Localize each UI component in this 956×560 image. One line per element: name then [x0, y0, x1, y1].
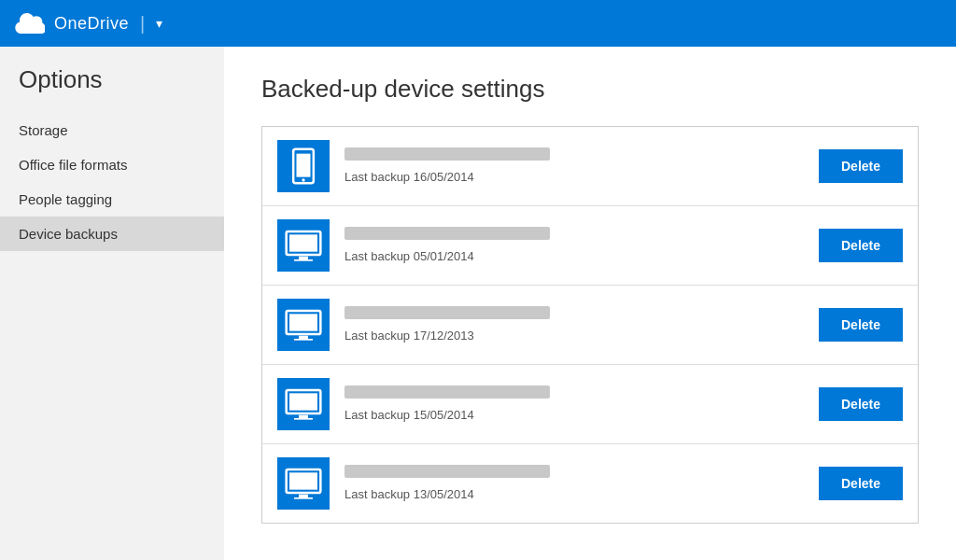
device-info: Last backup 16/05/2014	[344, 147, 804, 185]
backup-item: Last backup 05/01/2014 Delete	[262, 206, 918, 286]
sidebar-item-office-file-formats[interactable]: Office file formats	[0, 147, 224, 182]
device-name-placeholder	[344, 147, 550, 161]
device-name-placeholder	[344, 385, 550, 399]
backup-date: Last backup 16/05/2014	[344, 170, 474, 184]
phone-icon	[289, 147, 317, 185]
delete-button[interactable]: Delete	[819, 229, 903, 262]
backup-date: Last backup 13/05/2014	[344, 487, 474, 501]
sidebar-item-storage[interactable]: Storage	[0, 113, 224, 147]
backup-list: Last backup 16/05/2014 Delete Last back	[261, 126, 919, 524]
desktop-device-icon	[277, 219, 330, 272]
header-divider: |	[140, 13, 145, 35]
desktop-device-icon	[277, 457, 330, 510]
svg-rect-12	[289, 393, 317, 410]
page-title: Backed-up device settings	[261, 75, 919, 104]
backup-date: Last backup 05/01/2014	[344, 249, 474, 263]
phone-device-icon	[277, 140, 330, 192]
svg-rect-18	[294, 497, 313, 499]
backup-item: Last backup 13/05/2014 Delete	[262, 444, 918, 523]
logo: OneDrive	[15, 13, 129, 34]
desktop-icon	[285, 308, 322, 342]
device-info: Last backup 17/12/2013	[344, 306, 804, 343]
backup-item: Last backup 17/12/2013 Delete	[262, 286, 918, 365]
desktop-device-icon	[277, 299, 330, 351]
svg-rect-1	[297, 154, 311, 177]
backup-item: Last backup 15/05/2014 Delete	[262, 365, 918, 444]
main-content: Backed-up device settings Last backup 16…	[224, 47, 956, 560]
svg-rect-4	[289, 234, 317, 251]
svg-rect-17	[299, 495, 308, 497]
svg-rect-16	[289, 472, 317, 489]
delete-button[interactable]: Delete	[819, 467, 903, 500]
delete-button[interactable]: Delete	[819, 308, 903, 342]
delete-button[interactable]: Delete	[819, 149, 903, 183]
svg-rect-14	[294, 418, 313, 420]
app-layout: Options Storage Office file formats Peop…	[0, 47, 956, 560]
device-name-placeholder	[344, 465, 550, 478]
device-name-placeholder	[344, 306, 550, 319]
svg-rect-5	[299, 257, 308, 259]
sidebar-item-device-backups[interactable]: Device backups	[0, 217, 224, 251]
desktop-icon	[285, 229, 322, 262]
svg-rect-8	[289, 314, 317, 330]
app-header: OneDrive | ▾	[0, 0, 956, 47]
delete-button[interactable]: Delete	[819, 387, 903, 421]
app-title: OneDrive	[54, 14, 129, 34]
backup-date: Last backup 15/05/2014	[344, 408, 474, 422]
svg-rect-6	[294, 259, 313, 261]
device-info: Last backup 13/05/2014	[344, 465, 804, 502]
cloud-icon	[15, 13, 45, 34]
sidebar-item-people-tagging[interactable]: People tagging	[0, 182, 224, 217]
svg-rect-13	[299, 415, 308, 418]
svg-rect-10	[294, 339, 313, 341]
chevron-down-icon[interactable]: ▾	[156, 16, 162, 31]
desktop-device-icon	[277, 378, 330, 430]
device-info: Last backup 05/01/2014	[344, 227, 804, 264]
desktop-icon	[285, 467, 322, 500]
svg-rect-9	[299, 336, 308, 339]
sidebar: Options Storage Office file formats Peop…	[0, 47, 224, 560]
desktop-icon	[285, 387, 322, 421]
svg-point-2	[302, 178, 304, 181]
backup-date: Last backup 17/12/2013	[344, 329, 474, 343]
backup-item: Last backup 16/05/2014 Delete	[262, 127, 918, 206]
device-info: Last backup 15/05/2014	[344, 385, 804, 423]
device-name-placeholder	[344, 227, 550, 240]
sidebar-heading: Options	[0, 65, 224, 113]
